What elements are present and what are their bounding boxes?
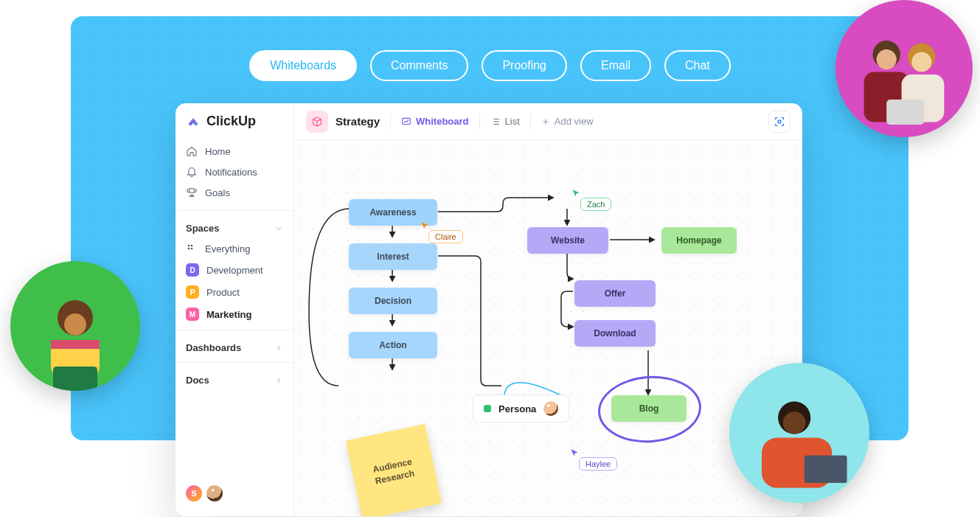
cursor-tag-zach: Zach	[580, 198, 611, 211]
space-badge-p: P	[186, 285, 199, 299]
sidebar-footer: S	[176, 478, 293, 509]
cursor-haylee	[570, 447, 579, 460]
svg-point-5	[778, 120, 781, 123]
svg-rect-4	[403, 118, 411, 124]
svg-point-20	[877, 49, 897, 69]
brand[interactable]: ClickUp	[176, 114, 293, 138]
main-area: Strategy Whiteboard List Add view	[294, 103, 802, 516]
page-title: Strategy	[336, 115, 380, 128]
tab-proofing[interactable]: Proofing	[482, 50, 567, 81]
user-avatar-photo[interactable]	[206, 485, 223, 502]
persona-status-dot	[484, 405, 491, 412]
feature-tabs: Whiteboards Comments Proofing Email Chat	[0, 50, 980, 81]
tab-chat[interactable]: Chat	[664, 50, 731, 81]
decor-photo-bottom-right	[729, 363, 869, 503]
node-download[interactable]: Download	[574, 320, 656, 347]
trophy-icon	[186, 187, 198, 198]
cursor-arrow-icon	[570, 448, 579, 457]
home-icon	[186, 145, 198, 157]
space-development[interactable]: D Development	[176, 259, 293, 281]
person-laptop-illustration-icon	[737, 378, 862, 503]
spaces-header[interactable]: Spaces	[176, 215, 293, 238]
svg-point-23	[911, 52, 931, 72]
user-avatar-initial[interactable]: S	[186, 485, 202, 502]
nav-goals[interactable]: Goals	[176, 182, 293, 203]
view-whiteboard[interactable]: Whiteboard	[401, 116, 469, 127]
person-illustration-icon	[20, 280, 131, 391]
node-website[interactable]: Website	[527, 227, 608, 254]
dashboards-row[interactable]: Dashboards	[176, 335, 293, 358]
space-development-label: Development	[206, 265, 263, 276]
persona-avatar	[543, 401, 558, 416]
svg-point-0	[188, 245, 190, 247]
space-product[interactable]: P Product	[176, 281, 293, 303]
app-window: ClickUp Home Notifications Goals Spaces …	[176, 103, 802, 516]
space-everything-label: Everything	[205, 243, 250, 254]
view-whiteboard-label: Whiteboard	[416, 116, 469, 127]
brand-name: ClickUp	[206, 114, 256, 129]
svg-point-3	[191, 248, 193, 250]
decor-photo-top-right	[835, 0, 973, 137]
sidebar: ClickUp Home Notifications Goals Spaces …	[176, 103, 294, 516]
space-marketing[interactable]: M Marketing	[176, 303, 293, 325]
tab-email[interactable]: Email	[580, 50, 651, 81]
decor-photo-left	[10, 261, 140, 391]
whiteboard-canvas[interactable]: Awareness Interest Decision Action Websi…	[294, 140, 802, 516]
clickup-logo-icon	[186, 114, 201, 129]
space-product-label: Product	[206, 287, 240, 298]
topbar: Strategy Whiteboard List Add view	[294, 103, 802, 140]
docs-label: Docs	[186, 375, 209, 386]
bell-icon	[186, 166, 198, 178]
grid-icon	[186, 243, 198, 254]
persona-label: Persona	[498, 403, 536, 414]
node-decision[interactable]: Decision	[349, 288, 437, 314]
cursor-zach	[571, 187, 580, 201]
view-list-label: List	[505, 116, 520, 127]
persona-card[interactable]: Persona	[473, 395, 569, 423]
space-badge-d: D	[186, 263, 199, 277]
scan-icon	[774, 116, 785, 128]
node-offer[interactable]: Offer	[574, 280, 656, 307]
nav-notifications[interactable]: Notifications	[176, 162, 293, 182]
plus-icon	[541, 117, 550, 126]
space-badge-m: M	[186, 308, 199, 321]
docs-row[interactable]: Docs	[176, 367, 293, 390]
nav-home[interactable]: Home	[176, 141, 293, 162]
svg-point-27	[783, 412, 806, 434]
nav-home-label: Home	[205, 146, 231, 157]
blog-highlight-ring	[596, 372, 703, 446]
cursor-tag-haylee: Haylee	[579, 457, 617, 471]
nav-goals-label: Goals	[205, 187, 230, 198]
people-illustration-icon	[841, 12, 967, 137]
spaces-header-label: Spaces	[186, 223, 220, 234]
whiteboard-icon	[401, 117, 411, 127]
list-icon	[490, 117, 501, 127]
cursor-claire	[420, 220, 429, 233]
dashboards-label: Dashboards	[186, 342, 241, 353]
nav-list: Home Notifications Goals	[176, 138, 293, 206]
nav-notifications-label: Notifications	[205, 167, 257, 178]
node-homepage[interactable]: Homepage	[661, 227, 737, 254]
svg-point-1	[191, 245, 193, 247]
svg-rect-18	[53, 367, 97, 391]
breadcrumb: Strategy	[306, 111, 380, 133]
space-everything[interactable]: Everything	[176, 238, 293, 259]
svg-rect-17	[51, 340, 100, 349]
cursor-arrow-icon	[420, 221, 429, 230]
view-list[interactable]: List	[490, 116, 520, 127]
space-marketing-label: Marketing	[206, 309, 251, 320]
svg-point-15	[64, 313, 86, 336]
cursor-arrow-icon	[571, 189, 580, 198]
node-action[interactable]: Action	[349, 332, 437, 358]
sticky-note[interactable]: Audience Research	[346, 424, 442, 516]
add-view-label: Add view	[555, 116, 594, 127]
scan-button[interactable]	[768, 111, 790, 133]
cursor-tag-claire: Claire	[428, 230, 463, 243]
tab-whiteboards[interactable]: Whiteboards	[249, 50, 357, 81]
cube-icon	[306, 111, 328, 133]
add-view-button[interactable]: Add view	[541, 116, 594, 127]
tab-comments[interactable]: Comments	[370, 50, 468, 81]
svg-rect-25	[886, 100, 924, 125]
node-interest[interactable]: Interest	[349, 243, 437, 270]
chevron-right-icon	[274, 344, 283, 353]
